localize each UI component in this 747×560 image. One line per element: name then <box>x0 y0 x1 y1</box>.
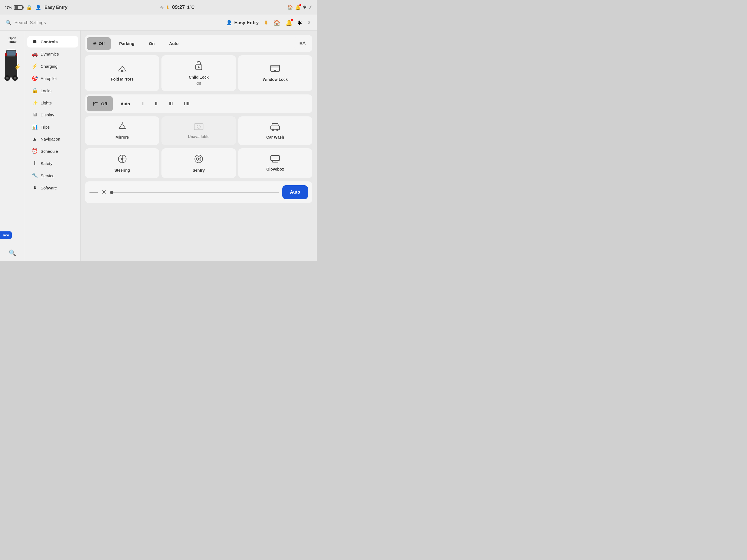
svg-text:↑: ↑ <box>125 155 126 157</box>
mirrors-card[interactable]: Mirrors <box>85 116 159 145</box>
sidebar-schedule-label: Schedule <box>41 149 58 154</box>
sidebar-item-safety[interactable]: ℹ Safety <box>27 158 78 169</box>
sidebar-item-display[interactable]: 🖥 Display <box>27 109 78 121</box>
light-auto-label: Auto <box>169 41 179 46</box>
header-profile-label: Easy Entry <box>234 20 259 26</box>
locks-icon: 🔒 <box>32 87 38 94</box>
download-icon: ⬇ <box>165 4 170 10</box>
wiper-speed-2[interactable]: II <box>150 97 162 111</box>
svg-rect-9 <box>121 70 123 72</box>
light-parking-button[interactable]: Parking <box>113 37 140 50</box>
header-download-icon[interactable]: ⬇ <box>264 20 268 26</box>
search-bottom-icon[interactable]: 🔍 <box>9 249 16 257</box>
wiper-speed-4[interactable]: IIII <box>180 97 194 111</box>
brightness-slider[interactable] <box>110 192 279 193</box>
sidebar-safety-label: Safety <box>41 161 53 166</box>
sidebar-item-autopilot[interactable]: 🎯 Autopilot <box>27 73 78 84</box>
sidebar-item-schedule[interactable]: ⏰ Schedule <box>27 145 78 157</box>
search-input[interactable] <box>15 20 224 25</box>
sidebar-item-controls[interactable]: ⏺ Controls <box>27 36 78 48</box>
sidebar-item-trips[interactable]: 📊 Trips <box>27 121 78 133</box>
car-wash-icon <box>269 122 281 133</box>
schedule-icon: ⏰ <box>32 148 38 154</box>
sidebar-item-dynamics[interactable]: 🚗 Dynamics <box>27 48 78 60</box>
sidebar-navigation-label: Navigation <box>41 137 60 141</box>
sidebar-item-service[interactable]: 🔧 Service <box>27 170 78 181</box>
svg-point-33 <box>198 158 200 160</box>
wiper-off-label: Off <box>101 101 107 106</box>
search-bar: 🔍 👤 Easy Entry ⬇ 🏠 🔔 ✱ ✗ <box>0 15 317 31</box>
svg-rect-14 <box>274 70 276 71</box>
svg-point-11 <box>198 66 200 68</box>
header-bell-icon[interactable]: 🔔 <box>285 20 292 26</box>
sidebar-dynamics-label: Dynamics <box>41 52 59 56</box>
window-lock-card[interactable]: Window Lock <box>238 55 312 91</box>
open-trunk[interactable]: OpenTrunk <box>8 36 17 44</box>
svg-rect-6 <box>7 51 16 56</box>
wiper-auto-button[interactable]: Auto <box>115 98 136 110</box>
child-lock-icon <box>195 61 203 73</box>
sidebar-item-charging[interactable]: ⚡ Charging <box>27 60 78 72</box>
sentry-card[interactable]: Sentry <box>161 148 236 178</box>
sidebar-item-lights[interactable]: ✨ Lights <box>27 97 78 109</box>
status-time: 09:27 <box>172 4 185 10</box>
status-profile-label: Easy Entry <box>45 5 68 10</box>
svg-point-4 <box>6 77 9 79</box>
header-profile-area[interactable]: 👤 Easy Entry <box>226 20 259 26</box>
fold-mirrors-card[interactable]: Fold Mirrors <box>85 55 159 91</box>
steering-label: Steering <box>114 168 130 172</box>
sidebar-display-label: Display <box>41 112 54 117</box>
sidebar-lights-label: Lights <box>41 101 52 105</box>
auto-icon-symbol: ≡A <box>299 41 306 46</box>
sentry-icon <box>194 154 204 166</box>
header-nosignal-icon[interactable]: ✗ <box>307 20 311 26</box>
mirrors-icon <box>117 122 128 133</box>
window-lock-label: Window Lock <box>263 77 288 82</box>
steering-card[interactable]: ↑ ↓ Steering <box>85 148 159 178</box>
wiper-speed-3[interactable]: III <box>164 97 177 111</box>
sidebar: ⏺ Controls 🚗 Dynamics ⚡ Charging 🎯 Autop… <box>25 31 81 261</box>
svg-point-21 <box>272 129 274 131</box>
status-center: N ⬇ 09:27 1°C <box>71 4 284 10</box>
nce-label: nce <box>0 231 12 239</box>
glovebox-card[interactable]: ▼ Glovebox <box>238 148 312 178</box>
light-on-button[interactable]: On <box>143 37 161 50</box>
unavailable-card: Unavailable <box>161 116 236 145</box>
auto-button[interactable]: Auto <box>282 185 308 199</box>
battery-area: 47% <box>4 5 23 10</box>
child-lock-label: Child Lock <box>189 75 209 79</box>
light-off-button[interactable]: ☀ Off <box>87 37 111 50</box>
light-auto-icon[interactable]: ≡A <box>294 37 311 50</box>
lighting-row: ☀ Off Parking On Auto ≡A <box>85 35 312 52</box>
wiper-off-button[interactable]: Off <box>87 96 113 111</box>
svg-rect-8 <box>16 53 17 56</box>
light-auto-button[interactable]: Auto <box>163 37 185 50</box>
sidebar-item-locks[interactable]: 🔒 Locks <box>27 85 78 97</box>
fold-mirrors-label: Fold Mirrors <box>111 77 134 81</box>
signal-off-icon: N <box>160 5 164 10</box>
svg-rect-18 <box>194 124 203 130</box>
header-bluetooth-icon[interactable]: ✱ <box>298 20 302 26</box>
quick-cards-row3: ↑ ↓ Steering Sentry <box>85 148 312 178</box>
sidebar-item-navigation[interactable]: ▲ Navigation <box>27 133 78 145</box>
child-lock-card[interactable]: Child Lock Off <box>161 55 236 91</box>
charging-icon: ⚡ <box>32 63 38 69</box>
content-area: ☀ Off Parking On Auto ≡A <box>81 31 317 261</box>
sidebar-autopilot-label: Autopilot <box>41 76 57 81</box>
sidebar-service-label: Service <box>41 174 54 178</box>
no-signal-icon: ✗ <box>309 5 312 10</box>
svg-point-5 <box>14 77 17 79</box>
brightness-row: ☀ Auto <box>85 181 312 203</box>
sidebar-item-software[interactable]: ⬇ Software <box>27 182 78 194</box>
brightness-line <box>89 192 98 192</box>
lights-icon: ✨ <box>32 100 38 106</box>
svg-point-24 <box>121 158 123 160</box>
header-garage-icon[interactable]: 🏠 <box>274 20 280 26</box>
profile-icon-sm: 👤 <box>35 5 41 10</box>
svg-point-19 <box>197 125 200 128</box>
garage-icon: 🏠 <box>287 5 293 10</box>
wiper-speed-1[interactable]: I <box>138 97 148 111</box>
battery-percent: 47% <box>4 5 12 10</box>
car-wash-card[interactable]: Car Wash <box>238 116 312 145</box>
bell-icon: 🔔 <box>295 5 301 10</box>
